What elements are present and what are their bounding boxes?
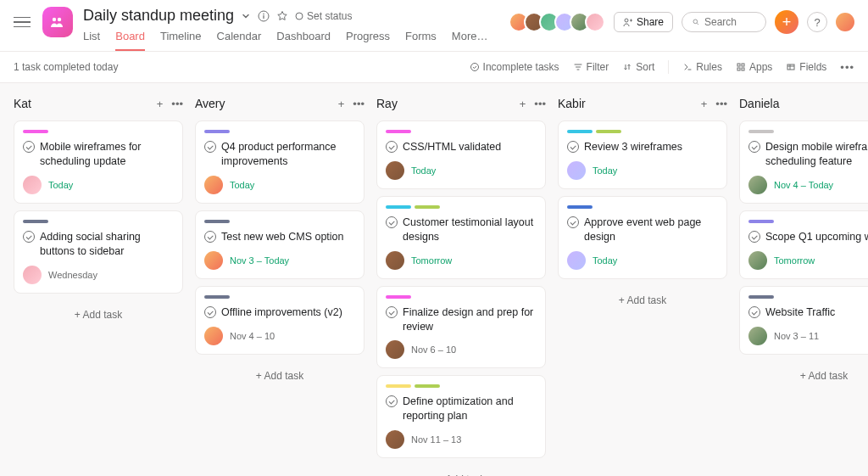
task-card[interactable]: Scope Q1 upcoming workTomorrow (739, 210, 868, 279)
member-avatars[interactable] (514, 12, 605, 32)
assignee-avatar[interactable] (386, 251, 404, 270)
add-task-button[interactable]: Add task (14, 300, 183, 329)
due-date[interactable]: Nov 11 – 13 (411, 434, 461, 445)
column-more-icon[interactable]: ••• (715, 98, 727, 110)
complete-checkbox[interactable] (386, 395, 398, 407)
due-date[interactable]: Today (48, 180, 73, 190)
task-card[interactable]: Approve event web page designToday (558, 196, 727, 279)
assignee-avatar[interactable] (748, 327, 767, 345)
task-card[interactable]: Website TrafficNov 3 – 11 (739, 286, 868, 355)
assignee-avatar[interactable] (386, 161, 404, 180)
column-title[interactable]: Avery (195, 97, 225, 110)
due-date[interactable]: Today (593, 255, 617, 266)
tab-progress[interactable]: Progress (346, 30, 390, 51)
complete-checkbox[interactable] (386, 216, 398, 228)
toolbar-apps[interactable]: Apps (736, 61, 772, 73)
assignee-avatar[interactable] (204, 327, 223, 345)
task-card[interactable]: CSS/HTML validatedToday (376, 120, 546, 189)
tab-board[interactable]: Board (115, 30, 145, 51)
due-date[interactable]: Nov 4 – Today (774, 180, 833, 190)
set-status-button[interactable]: Set status (295, 10, 352, 22)
tab-more[interactable]: More… (452, 30, 488, 51)
task-card[interactable]: Test new web CMS optionNov 3 – Today (195, 210, 364, 279)
assignee-avatar[interactable] (567, 251, 586, 270)
column-title[interactable]: Daniela (739, 97, 779, 110)
assignee-avatar[interactable] (204, 176, 223, 194)
due-date[interactable]: Nov 6 – 10 (411, 344, 456, 355)
complete-checkbox[interactable] (567, 141, 579, 153)
assignee-avatar[interactable] (204, 251, 223, 270)
add-task-button[interactable]: Add task (739, 361, 868, 390)
chevron-down-icon[interactable] (241, 11, 251, 21)
assignee-avatar[interactable] (748, 176, 767, 194)
tab-calendar[interactable]: Calendar (217, 30, 262, 51)
assignee-avatar[interactable] (748, 251, 767, 270)
task-card[interactable]: Adding social sharing buttons to sidebar… (14, 210, 183, 294)
task-card[interactable]: Design mobile wireframes scheduling feat… (739, 120, 868, 204)
toolbar-filter[interactable]: Filter (573, 61, 609, 73)
task-card[interactable]: Finalize design and prep for reviewNov 6… (376, 286, 546, 369)
column-more-icon[interactable]: ••• (171, 98, 183, 110)
menu-icon[interactable] (14, 14, 31, 31)
tab-forms[interactable]: Forms (405, 30, 437, 51)
project-title[interactable]: Daily standup meeting (83, 7, 234, 25)
complete-checkbox[interactable] (748, 231, 760, 243)
assignee-avatar[interactable] (23, 266, 42, 284)
due-date[interactable]: Nov 4 – 10 (230, 331, 275, 341)
assignee-avatar[interactable] (386, 340, 404, 359)
toolbar-incomplete-tasks[interactable]: Incomplete tasks (470, 61, 559, 73)
task-card[interactable]: Mobile wireframes for scheduling updateT… (14, 120, 183, 204)
tab-dashboard[interactable]: Dashboard (276, 30, 331, 51)
due-date[interactable]: Today (593, 165, 617, 176)
star-icon[interactable] (276, 10, 288, 22)
help-button[interactable]: ? (807, 12, 827, 32)
add-task-button[interactable]: Add task (558, 286, 727, 315)
complete-checkbox[interactable] (204, 306, 216, 318)
assignee-avatar[interactable] (23, 176, 42, 194)
add-task-button[interactable]: Add task (376, 465, 546, 476)
complete-checkbox[interactable] (386, 141, 398, 153)
task-card[interactable]: Customer testimonial layout designsTomor… (376, 196, 546, 279)
task-card[interactable]: Review 3 wireframesToday (558, 120, 727, 189)
due-date[interactable]: Nov 3 – 11 (774, 331, 819, 341)
tab-timeline[interactable]: Timeline (160, 30, 202, 51)
complete-checkbox[interactable] (567, 216, 579, 228)
due-date[interactable]: Tomorrow (774, 255, 815, 266)
due-date[interactable]: Wednesday (48, 270, 97, 280)
complete-checkbox[interactable] (204, 231, 216, 243)
complete-checkbox[interactable] (23, 231, 35, 243)
due-date[interactable]: Tomorrow (411, 255, 452, 266)
complete-checkbox[interactable] (23, 141, 35, 153)
due-date[interactable]: Today (230, 180, 254, 190)
column-title[interactable]: Kat (14, 97, 31, 110)
project-icon[interactable] (42, 7, 73, 37)
column-add-icon[interactable]: + (701, 98, 708, 110)
column-title[interactable]: Kabir (558, 97, 586, 110)
complete-checkbox[interactable] (386, 306, 398, 318)
search-box[interactable] (682, 12, 766, 32)
task-card[interactable]: Define optimization and reporting planNo… (376, 375, 546, 458)
column-add-icon[interactable]: + (338, 98, 345, 110)
assignee-avatar[interactable] (386, 430, 404, 449)
complete-checkbox[interactable] (204, 141, 216, 153)
add-task-button[interactable]: Add task (195, 361, 364, 390)
info-icon[interactable] (258, 10, 270, 22)
member-avatar[interactable] (585, 12, 605, 32)
column-more-icon[interactable]: ••• (534, 98, 546, 110)
current-user-avatar[interactable] (836, 13, 854, 31)
due-date[interactable]: Today (411, 165, 436, 176)
quick-add-button[interactable]: + (775, 10, 798, 34)
toolbar-more-icon[interactable]: ••• (840, 61, 854, 74)
complete-checkbox[interactable] (748, 306, 760, 318)
column-add-icon[interactable]: + (520, 98, 526, 110)
toolbar-rules[interactable]: Rules (682, 61, 722, 73)
column-title[interactable]: Ray (376, 97, 398, 110)
toolbar-sort[interactable]: Sort (622, 61, 654, 73)
task-card[interactable]: Q4 product performance improvementsToday (195, 120, 364, 204)
due-date[interactable]: Nov 3 – Today (230, 255, 289, 266)
column-add-icon[interactable]: + (157, 98, 164, 110)
share-button[interactable]: Share (614, 12, 673, 32)
search-input[interactable] (704, 16, 755, 28)
column-more-icon[interactable]: ••• (353, 98, 364, 110)
assignee-avatar[interactable] (567, 161, 586, 180)
